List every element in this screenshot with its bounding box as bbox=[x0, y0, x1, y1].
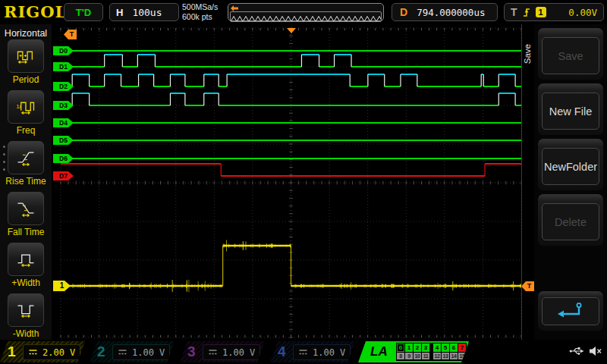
dc-coupling-icon bbox=[299, 349, 307, 356]
trigger-level-value: 0.00V bbox=[568, 7, 597, 18]
la-digit-10: 10 bbox=[414, 353, 421, 359]
channel-2-scale-box: 1.00 V bbox=[112, 344, 170, 360]
measurement-sidebar: Horizontal Period1/FreqRise TimeFall Tim… bbox=[0, 24, 52, 340]
new-file-button[interactable]: New File bbox=[542, 93, 599, 130]
la-digit-6: 6 bbox=[450, 344, 458, 352]
sidebar-item-width[interactable]: +Width bbox=[0, 243, 52, 293]
channel-1-status[interactable]: 12.00 V bbox=[0, 341, 85, 362]
channel-3-scale: 1.00 V bbox=[222, 347, 255, 358]
la-digit-4: 4 bbox=[433, 344, 441, 352]
menu-slot-3: NewFolder bbox=[538, 139, 603, 190]
menu-button-label: New File bbox=[549, 105, 592, 118]
sidebar-item-width[interactable]: -Width bbox=[0, 293, 52, 344]
sidebar-item-label: Period bbox=[13, 74, 39, 85]
sidebar-item-label: -Width bbox=[13, 328, 39, 339]
memory-window-marker-icon bbox=[231, 5, 238, 11]
sidebar-item-freq[interactable]: 1/Freq bbox=[0, 90, 52, 140]
channel-4-scale-box: 1.00 V bbox=[293, 344, 351, 360]
la-digit-7: 7 bbox=[458, 344, 466, 352]
menu-tab: Save bbox=[521, 24, 534, 340]
channel-1-scale: 2.00 V bbox=[42, 347, 75, 358]
sidebar-title: Horizontal bbox=[0, 24, 52, 39]
sidebar-item-label: Rise Time bbox=[5, 176, 46, 187]
dc-coupling-icon bbox=[29, 349, 37, 356]
rising-edge-icon bbox=[522, 6, 531, 18]
newfolder-button[interactable]: NewFolder bbox=[542, 148, 599, 185]
menu-slot-2: New File bbox=[538, 83, 603, 135]
channel-2-badge: 2 bbox=[97, 344, 105, 360]
sidebar-item-period[interactable]: Period bbox=[0, 39, 52, 89]
memory-waveform-icon bbox=[230, 11, 382, 22]
speaker-muted-icon bbox=[589, 345, 602, 360]
menu-button-label: NewFolder bbox=[544, 161, 597, 173]
channel-4-scale: 1.00 V bbox=[313, 347, 345, 358]
svg-text:1/: 1/ bbox=[16, 103, 21, 110]
timebase-value: 100us bbox=[132, 7, 162, 18]
rigol-logo: RIGOL bbox=[4, 2, 67, 21]
save-menu: SaveNew FileNewFolderDelete bbox=[534, 24, 607, 340]
channel-3-status[interactable]: 31.00 V bbox=[180, 341, 265, 362]
la-digit-0: 0 bbox=[397, 344, 404, 352]
la-digit-13: 13 bbox=[442, 353, 449, 359]
sidebar-item-fall-time[interactable]: Fall Time bbox=[0, 192, 52, 242]
dc-coupling-icon bbox=[209, 349, 217, 356]
plus-width-icon bbox=[8, 243, 44, 276]
channel-3-scale-box: 1.00 V bbox=[203, 344, 260, 360]
fall-time-icon bbox=[8, 192, 44, 225]
bottom-status-bar: 12.00 V21.00 V31.00 V41.00 V LA 01234567… bbox=[0, 340, 607, 364]
la-digit-14: 14 bbox=[450, 353, 458, 359]
return-arrow-icon bbox=[555, 300, 587, 322]
delay-label: D bbox=[400, 6, 407, 18]
timebase-readout: H 100us bbox=[109, 3, 179, 21]
channel-1-scale-box: 2.00 V bbox=[23, 344, 80, 360]
usb-icon bbox=[569, 346, 584, 359]
oscilloscope-screen: RIGOL T'D H 100us 500MSa/s 600k pts D 79… bbox=[0, 0, 607, 364]
menu-page-dots bbox=[3, 146, 5, 171]
menu-button-label: Delete bbox=[555, 216, 587, 228]
channel-3-badge: 3 bbox=[187, 344, 196, 360]
main-area: Horizontal Period1/FreqRise TimeFall Tim… bbox=[0, 24, 607, 340]
channel-4-badge: 4 bbox=[278, 344, 286, 360]
channel-2-scale: 1.00 V bbox=[132, 347, 165, 358]
channel-1-badge: 1 bbox=[8, 344, 16, 360]
waveform-display: D0D1D2D3D4D5D6D71TT Save bbox=[52, 24, 534, 340]
save-button[interactable]: Save bbox=[542, 37, 599, 74]
sidebar-item-rise-time[interactable]: Rise Time bbox=[0, 141, 52, 191]
sidebar-item-label: Fall Time bbox=[8, 227, 45, 237]
minus-width-icon bbox=[8, 293, 44, 327]
sidebar-item-label: +Width bbox=[11, 278, 40, 288]
menu-slot-5 bbox=[538, 291, 603, 331]
la-digit-8: 8 bbox=[397, 353, 404, 359]
back-button[interactable] bbox=[542, 297, 599, 325]
freq-icon: 1/ bbox=[8, 90, 44, 124]
logic-analyzer-status[interactable]: LA 01234567 89101112131415 bbox=[358, 341, 469, 362]
la-label: LA bbox=[370, 344, 388, 359]
delete-button[interactable]: Delete bbox=[542, 203, 599, 240]
trigger-label: T bbox=[511, 6, 517, 18]
period-icon bbox=[8, 39, 44, 73]
la-digit-3: 3 bbox=[422, 344, 429, 352]
dc-coupling-icon bbox=[118, 349, 127, 356]
trigger-source-badge: 1 bbox=[536, 7, 546, 17]
menu-button-label: Save bbox=[558, 50, 583, 62]
la-digit-12: 12 bbox=[433, 353, 441, 359]
waveform-grid bbox=[52, 24, 534, 340]
delay-value: 794.000000us bbox=[417, 7, 485, 18]
la-digit-2: 2 bbox=[414, 344, 421, 352]
sample-rate: 500MSa/s bbox=[182, 2, 218, 12]
channel-4-status[interactable]: 41.00 V bbox=[270, 341, 355, 362]
system-tray bbox=[569, 345, 602, 360]
rise-time-icon bbox=[8, 141, 44, 174]
la-digit-15: 15 bbox=[458, 353, 466, 359]
la-digit-9: 9 bbox=[405, 353, 413, 359]
trigger-readout: T 1 0.00V bbox=[504, 3, 604, 21]
trigger-status-badge: T'D bbox=[64, 3, 103, 21]
top-status-bar: RIGOL T'D H 100us 500MSa/s 600k pts D 79… bbox=[0, 0, 607, 24]
delay-readout: D 794.000000us bbox=[392, 3, 498, 21]
la-digit-grid: 01234567 89101112131415 bbox=[396, 343, 467, 361]
la-digit-1: 1 bbox=[405, 344, 413, 352]
la-digit-11: 11 bbox=[422, 353, 429, 359]
sidebar-item-label: Freq bbox=[17, 125, 36, 136]
channel-2-status[interactable]: 21.00 V bbox=[90, 341, 175, 362]
memory-depth: 600k pts bbox=[182, 12, 218, 22]
